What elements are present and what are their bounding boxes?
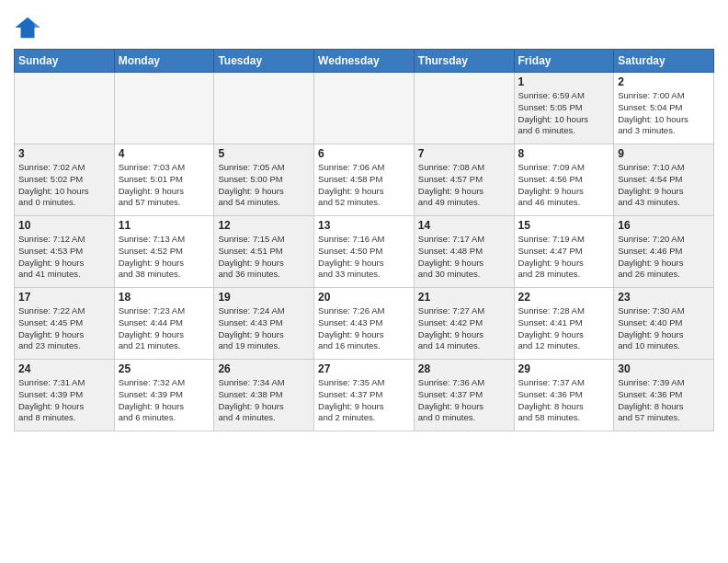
calendar-day-cell: 23Sunrise: 7:30 AM Sunset: 4:40 PM Dayli… <box>614 288 714 360</box>
day-info: Sunrise: 7:34 AM Sunset: 4:38 PM Dayligh… <box>218 377 310 424</box>
day-number: 29 <box>518 362 610 375</box>
day-number: 13 <box>318 219 410 232</box>
day-number: 30 <box>618 362 710 375</box>
calendar-day-cell: 19Sunrise: 7:24 AM Sunset: 4:43 PM Dayli… <box>214 288 314 360</box>
page-container: SundayMondayTuesdayWednesdayThursdayFrid… <box>0 0 728 436</box>
calendar-day-cell: 13Sunrise: 7:16 AM Sunset: 4:50 PM Dayli… <box>314 216 415 288</box>
calendar-week-row: 17Sunrise: 7:22 AM Sunset: 4:45 PM Dayli… <box>15 288 714 360</box>
day-info: Sunrise: 7:19 AM Sunset: 4:47 PM Dayligh… <box>518 234 610 281</box>
day-number: 16 <box>618 219 710 232</box>
day-number: 28 <box>418 362 510 375</box>
calendar-day-cell: 22Sunrise: 7:28 AM Sunset: 4:41 PM Dayli… <box>514 288 614 360</box>
day-number: 11 <box>119 219 210 232</box>
day-info: Sunrise: 7:09 AM Sunset: 4:56 PM Dayligh… <box>518 162 610 209</box>
calendar-day-cell: 1Sunrise: 6:59 AM Sunset: 5:05 PM Daylig… <box>514 73 614 144</box>
weekday-header-cell: Thursday <box>414 50 514 73</box>
day-info: Sunrise: 7:16 AM Sunset: 4:50 PM Dayligh… <box>318 234 410 281</box>
day-info: Sunrise: 7:05 AM Sunset: 5:00 PM Dayligh… <box>218 162 310 209</box>
day-info: Sunrise: 7:13 AM Sunset: 4:52 PM Dayligh… <box>119 234 210 281</box>
day-info: Sunrise: 7:17 AM Sunset: 4:48 PM Dayligh… <box>418 234 510 281</box>
calendar-day-cell: 28Sunrise: 7:36 AM Sunset: 4:37 PM Dayli… <box>414 360 514 431</box>
day-number: 27 <box>318 362 410 375</box>
calendar-day-cell: 4Sunrise: 7:03 AM Sunset: 5:01 PM Daylig… <box>114 144 214 216</box>
day-info: Sunrise: 7:36 AM Sunset: 4:37 PM Dayligh… <box>418 377 510 424</box>
calendar-day-cell: 12Sunrise: 7:15 AM Sunset: 4:51 PM Dayli… <box>214 216 314 288</box>
day-number: 21 <box>418 291 510 304</box>
day-number: 15 <box>518 219 610 232</box>
logo-icon <box>14 14 41 41</box>
calendar-day-cell: 29Sunrise: 7:37 AM Sunset: 4:36 PM Dayli… <box>514 360 614 431</box>
day-info: Sunrise: 6:59 AM Sunset: 5:05 PM Dayligh… <box>518 90 610 137</box>
calendar-day-cell: 21Sunrise: 7:27 AM Sunset: 4:42 PM Dayli… <box>414 288 514 360</box>
calendar-week-row: 3Sunrise: 7:02 AM Sunset: 5:02 PM Daylig… <box>15 144 714 216</box>
logo <box>14 14 47 41</box>
day-number: 2 <box>618 75 710 88</box>
day-info: Sunrise: 7:15 AM Sunset: 4:51 PM Dayligh… <box>218 234 310 281</box>
day-info: Sunrise: 7:26 AM Sunset: 4:43 PM Dayligh… <box>318 305 410 352</box>
day-info: Sunrise: 7:35 AM Sunset: 4:37 PM Dayligh… <box>318 377 410 424</box>
calendar-day-cell: 6Sunrise: 7:06 AM Sunset: 4:58 PM Daylig… <box>314 144 415 216</box>
calendar-day-cell: 14Sunrise: 7:17 AM Sunset: 4:48 PM Dayli… <box>414 216 514 288</box>
day-number: 26 <box>218 362 310 375</box>
day-number: 22 <box>518 291 610 304</box>
calendar-day-cell <box>114 73 214 144</box>
day-info: Sunrise: 7:32 AM Sunset: 4:39 PM Dayligh… <box>119 377 210 424</box>
calendar-day-cell: 18Sunrise: 7:23 AM Sunset: 4:44 PM Dayli… <box>114 288 214 360</box>
weekday-header-row: SundayMondayTuesdayWednesdayThursdayFrid… <box>15 50 714 73</box>
day-number: 4 <box>119 147 210 160</box>
calendar-day-cell: 9Sunrise: 7:10 AM Sunset: 4:54 PM Daylig… <box>614 144 714 216</box>
calendar-table: SundayMondayTuesdayWednesdayThursdayFrid… <box>14 49 714 431</box>
day-number: 25 <box>119 362 210 375</box>
day-info: Sunrise: 7:31 AM Sunset: 4:39 PM Dayligh… <box>18 377 110 424</box>
calendar-day-cell: 16Sunrise: 7:20 AM Sunset: 4:46 PM Dayli… <box>614 216 714 288</box>
calendar-day-cell: 26Sunrise: 7:34 AM Sunset: 4:38 PM Dayli… <box>214 360 314 431</box>
calendar-body: 1Sunrise: 6:59 AM Sunset: 5:05 PM Daylig… <box>15 73 714 431</box>
day-info: Sunrise: 7:22 AM Sunset: 4:45 PM Dayligh… <box>18 305 110 352</box>
day-number: 3 <box>18 147 110 160</box>
calendar-day-cell: 15Sunrise: 7:19 AM Sunset: 4:47 PM Dayli… <box>514 216 614 288</box>
calendar-week-row: 10Sunrise: 7:12 AM Sunset: 4:53 PM Dayli… <box>15 216 714 288</box>
calendar-day-cell <box>414 73 514 144</box>
calendar-day-cell: 2Sunrise: 7:00 AM Sunset: 5:04 PM Daylig… <box>614 73 714 144</box>
day-number: 23 <box>618 291 710 304</box>
weekday-header-cell: Tuesday <box>214 50 314 73</box>
calendar-day-cell: 30Sunrise: 7:39 AM Sunset: 4:36 PM Dayli… <box>614 360 714 431</box>
day-number: 8 <box>518 147 610 160</box>
day-number: 20 <box>318 291 410 304</box>
day-number: 24 <box>18 362 110 375</box>
day-info: Sunrise: 7:39 AM Sunset: 4:36 PM Dayligh… <box>618 377 710 424</box>
day-number: 6 <box>318 147 410 160</box>
day-info: Sunrise: 7:37 AM Sunset: 4:36 PM Dayligh… <box>518 377 610 424</box>
day-number: 1 <box>518 75 610 88</box>
day-number: 14 <box>418 219 510 232</box>
day-info: Sunrise: 7:20 AM Sunset: 4:46 PM Dayligh… <box>618 234 710 281</box>
calendar-day-cell: 5Sunrise: 7:05 AM Sunset: 5:00 PM Daylig… <box>214 144 314 216</box>
weekday-header-cell: Wednesday <box>314 50 415 73</box>
day-number: 9 <box>618 147 710 160</box>
day-info: Sunrise: 7:00 AM Sunset: 5:04 PM Dayligh… <box>618 90 710 137</box>
calendar-day-cell <box>15 73 115 144</box>
calendar-day-cell <box>214 73 314 144</box>
weekday-header-cell: Friday <box>514 50 614 73</box>
day-info: Sunrise: 7:30 AM Sunset: 4:40 PM Dayligh… <box>618 305 710 352</box>
day-number: 19 <box>218 291 310 304</box>
calendar-day-cell: 8Sunrise: 7:09 AM Sunset: 4:56 PM Daylig… <box>514 144 614 216</box>
calendar-day-cell: 10Sunrise: 7:12 AM Sunset: 4:53 PM Dayli… <box>15 216 115 288</box>
day-number: 7 <box>418 147 510 160</box>
weekday-header-cell: Saturday <box>614 50 714 73</box>
calendar-day-cell: 11Sunrise: 7:13 AM Sunset: 4:52 PM Dayli… <box>114 216 214 288</box>
calendar-day-cell: 27Sunrise: 7:35 AM Sunset: 4:37 PM Dayli… <box>314 360 415 431</box>
weekday-header-cell: Sunday <box>15 50 115 73</box>
calendar-day-cell: 25Sunrise: 7:32 AM Sunset: 4:39 PM Dayli… <box>114 360 214 431</box>
calendar-day-cell: 3Sunrise: 7:02 AM Sunset: 5:02 PM Daylig… <box>15 144 115 216</box>
day-number: 12 <box>218 219 310 232</box>
day-number: 17 <box>18 291 110 304</box>
day-info: Sunrise: 7:27 AM Sunset: 4:42 PM Dayligh… <box>418 305 510 352</box>
day-info: Sunrise: 7:03 AM Sunset: 5:01 PM Dayligh… <box>119 162 210 209</box>
weekday-header-cell: Monday <box>114 50 214 73</box>
calendar-day-cell: 20Sunrise: 7:26 AM Sunset: 4:43 PM Dayli… <box>314 288 415 360</box>
day-info: Sunrise: 7:06 AM Sunset: 4:58 PM Dayligh… <box>318 162 410 209</box>
calendar-day-cell: 17Sunrise: 7:22 AM Sunset: 4:45 PM Dayli… <box>15 288 115 360</box>
day-info: Sunrise: 7:02 AM Sunset: 5:02 PM Dayligh… <box>18 162 110 209</box>
day-info: Sunrise: 7:24 AM Sunset: 4:43 PM Dayligh… <box>218 305 310 352</box>
